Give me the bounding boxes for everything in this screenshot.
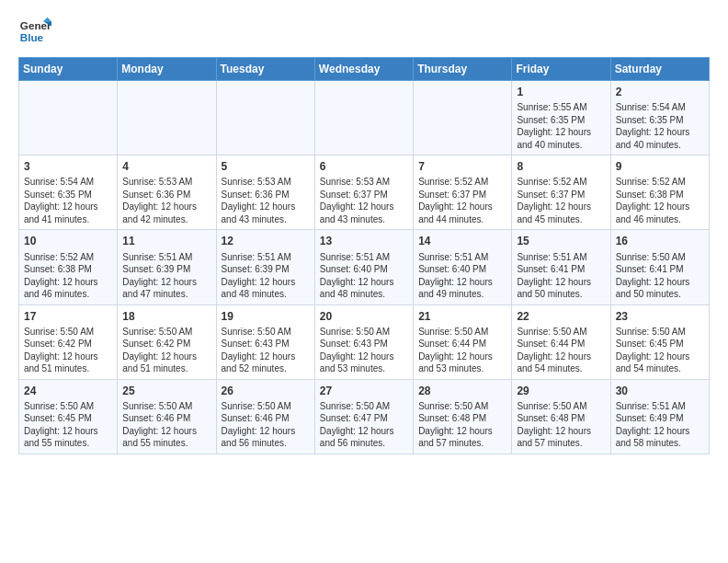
day-number: 1 bbox=[517, 85, 605, 99]
day-cell bbox=[414, 81, 512, 155]
day-cell: 22Sunrise: 5:50 AM Sunset: 6:44 PM Dayli… bbox=[512, 304, 610, 379]
day-info: Sunrise: 5:51 AM Sunset: 6:41 PM Dayligh… bbox=[517, 251, 605, 301]
day-cell: 23Sunrise: 5:50 AM Sunset: 6:45 PM Dayli… bbox=[610, 304, 709, 379]
day-number: 13 bbox=[320, 234, 408, 248]
day-cell bbox=[19, 81, 118, 155]
day-info: Sunrise: 5:50 AM Sunset: 6:44 PM Dayligh… bbox=[418, 326, 506, 375]
day-number: 26 bbox=[222, 384, 310, 398]
header-cell-thursday: Thursday bbox=[414, 58, 512, 81]
day-cell: 26Sunrise: 5:50 AM Sunset: 6:46 PM Dayli… bbox=[216, 379, 314, 454]
day-cell: 25Sunrise: 5:50 AM Sunset: 6:46 PM Dayli… bbox=[118, 379, 216, 454]
day-info: Sunrise: 5:50 AM Sunset: 6:42 PM Dayligh… bbox=[24, 326, 112, 375]
day-info: Sunrise: 5:55 AM Sunset: 6:35 PM Dayligh… bbox=[517, 101, 605, 151]
page-header: General Blue bbox=[18, 15, 710, 48]
week-row-5: 24Sunrise: 5:50 AM Sunset: 6:45 PM Dayli… bbox=[19, 379, 710, 454]
day-number: 25 bbox=[122, 384, 210, 398]
day-cell: 14Sunrise: 5:51 AM Sunset: 6:40 PM Dayli… bbox=[414, 230, 512, 304]
day-info: Sunrise: 5:50 AM Sunset: 6:45 PM Dayligh… bbox=[24, 400, 112, 450]
day-info: Sunrise: 5:54 AM Sunset: 6:35 PM Dayligh… bbox=[24, 176, 112, 225]
day-number: 19 bbox=[222, 309, 310, 324]
week-row-1: 1Sunrise: 5:55 AM Sunset: 6:35 PM Daylig… bbox=[19, 81, 710, 155]
day-cell: 7Sunrise: 5:52 AM Sunset: 6:37 PM Daylig… bbox=[414, 155, 512, 230]
day-cell: 27Sunrise: 5:50 AM Sunset: 6:47 PM Dayli… bbox=[314, 379, 413, 454]
day-number: 4 bbox=[122, 159, 210, 174]
day-info: Sunrise: 5:50 AM Sunset: 6:48 PM Dayligh… bbox=[418, 400, 506, 450]
day-cell: 10Sunrise: 5:52 AM Sunset: 6:38 PM Dayli… bbox=[19, 230, 118, 304]
day-info: Sunrise: 5:51 AM Sunset: 6:39 PM Dayligh… bbox=[122, 251, 210, 301]
day-info: Sunrise: 5:50 AM Sunset: 6:41 PM Dayligh… bbox=[616, 251, 704, 301]
day-number: 9 bbox=[616, 159, 704, 174]
day-number: 20 bbox=[320, 309, 408, 324]
day-cell: 11Sunrise: 5:51 AM Sunset: 6:39 PM Dayli… bbox=[118, 230, 216, 304]
day-cell: 20Sunrise: 5:50 AM Sunset: 6:43 PM Dayli… bbox=[314, 304, 413, 379]
day-info: Sunrise: 5:51 AM Sunset: 6:40 PM Dayligh… bbox=[418, 251, 506, 301]
day-info: Sunrise: 5:52 AM Sunset: 6:37 PM Dayligh… bbox=[517, 176, 605, 225]
day-cell: 21Sunrise: 5:50 AM Sunset: 6:44 PM Dayli… bbox=[414, 304, 512, 379]
day-number: 29 bbox=[517, 384, 605, 398]
day-info: Sunrise: 5:50 AM Sunset: 6:46 PM Dayligh… bbox=[222, 400, 310, 450]
day-cell: 8Sunrise: 5:52 AM Sunset: 6:37 PM Daylig… bbox=[512, 155, 610, 230]
day-number: 22 bbox=[517, 309, 605, 324]
day-info: Sunrise: 5:52 AM Sunset: 6:37 PM Dayligh… bbox=[418, 176, 506, 225]
day-cell: 9Sunrise: 5:52 AM Sunset: 6:38 PM Daylig… bbox=[610, 155, 709, 230]
day-cell: 2Sunrise: 5:54 AM Sunset: 6:35 PM Daylig… bbox=[610, 81, 709, 155]
day-number: 24 bbox=[24, 384, 112, 398]
header-row: SundayMondayTuesdayWednesdayThursdayFrid… bbox=[19, 58, 710, 81]
day-number: 23 bbox=[616, 309, 704, 324]
svg-text:Blue: Blue bbox=[20, 31, 44, 43]
header-cell-wednesday: Wednesday bbox=[314, 58, 413, 81]
day-cell: 4Sunrise: 5:53 AM Sunset: 6:36 PM Daylig… bbox=[118, 155, 216, 230]
calendar-table: SundayMondayTuesdayWednesdayThursdayFrid… bbox=[18, 57, 710, 454]
header-cell-saturday: Saturday bbox=[610, 58, 709, 81]
day-info: Sunrise: 5:51 AM Sunset: 6:40 PM Dayligh… bbox=[320, 251, 408, 301]
day-cell: 17Sunrise: 5:50 AM Sunset: 6:42 PM Dayli… bbox=[19, 304, 118, 379]
day-cell: 30Sunrise: 5:51 AM Sunset: 6:49 PM Dayli… bbox=[610, 379, 709, 454]
day-cell: 29Sunrise: 5:50 AM Sunset: 6:48 PM Dayli… bbox=[512, 379, 610, 454]
day-cell: 28Sunrise: 5:50 AM Sunset: 6:48 PM Dayli… bbox=[414, 379, 512, 454]
day-number: 2 bbox=[616, 85, 704, 99]
day-info: Sunrise: 5:50 AM Sunset: 6:45 PM Dayligh… bbox=[616, 326, 704, 375]
day-number: 21 bbox=[418, 309, 506, 324]
day-number: 3 bbox=[24, 159, 112, 174]
day-cell: 18Sunrise: 5:50 AM Sunset: 6:42 PM Dayli… bbox=[118, 304, 216, 379]
day-number: 10 bbox=[24, 234, 112, 248]
day-info: Sunrise: 5:50 AM Sunset: 6:46 PM Dayligh… bbox=[122, 400, 210, 450]
day-cell: 12Sunrise: 5:51 AM Sunset: 6:39 PM Dayli… bbox=[216, 230, 314, 304]
day-cell: 6Sunrise: 5:53 AM Sunset: 6:37 PM Daylig… bbox=[314, 155, 413, 230]
day-number: 8 bbox=[517, 159, 605, 174]
day-cell: 5Sunrise: 5:53 AM Sunset: 6:36 PM Daylig… bbox=[216, 155, 314, 230]
day-number: 30 bbox=[616, 384, 704, 398]
calendar-header: SundayMondayTuesdayWednesdayThursdayFrid… bbox=[19, 58, 710, 81]
day-number: 15 bbox=[517, 234, 605, 248]
day-info: Sunrise: 5:50 AM Sunset: 6:48 PM Dayligh… bbox=[517, 400, 605, 450]
day-info: Sunrise: 5:53 AM Sunset: 6:36 PM Dayligh… bbox=[222, 176, 310, 225]
week-row-2: 3Sunrise: 5:54 AM Sunset: 6:35 PM Daylig… bbox=[19, 155, 710, 230]
day-number: 28 bbox=[418, 384, 506, 398]
logo-icon: General Blue bbox=[18, 15, 51, 48]
header-cell-monday: Monday bbox=[118, 58, 216, 81]
day-info: Sunrise: 5:50 AM Sunset: 6:47 PM Dayligh… bbox=[320, 400, 408, 450]
day-cell: 16Sunrise: 5:50 AM Sunset: 6:41 PM Dayli… bbox=[610, 230, 709, 304]
day-number: 11 bbox=[122, 234, 210, 248]
day-number: 16 bbox=[616, 234, 704, 248]
day-cell bbox=[216, 81, 314, 155]
day-info: Sunrise: 5:52 AM Sunset: 6:38 PM Dayligh… bbox=[616, 176, 704, 225]
day-number: 18 bbox=[122, 309, 210, 324]
week-row-3: 10Sunrise: 5:52 AM Sunset: 6:38 PM Dayli… bbox=[19, 230, 710, 304]
day-cell bbox=[314, 81, 413, 155]
day-number: 6 bbox=[320, 159, 408, 174]
day-cell: 15Sunrise: 5:51 AM Sunset: 6:41 PM Dayli… bbox=[512, 230, 610, 304]
day-number: 14 bbox=[418, 234, 506, 248]
day-cell: 13Sunrise: 5:51 AM Sunset: 6:40 PM Dayli… bbox=[314, 230, 413, 304]
day-number: 5 bbox=[222, 159, 310, 174]
day-number: 12 bbox=[222, 234, 310, 248]
day-number: 17 bbox=[24, 309, 112, 324]
day-info: Sunrise: 5:50 AM Sunset: 6:43 PM Dayligh… bbox=[222, 326, 310, 375]
day-number: 27 bbox=[320, 384, 408, 398]
day-info: Sunrise: 5:54 AM Sunset: 6:35 PM Dayligh… bbox=[616, 101, 704, 151]
logo: General Blue bbox=[18, 15, 51, 48]
header-cell-sunday: Sunday bbox=[19, 58, 118, 81]
week-row-4: 17Sunrise: 5:50 AM Sunset: 6:42 PM Dayli… bbox=[19, 304, 710, 379]
day-info: Sunrise: 5:50 AM Sunset: 6:43 PM Dayligh… bbox=[320, 326, 408, 375]
day-info: Sunrise: 5:51 AM Sunset: 6:49 PM Dayligh… bbox=[616, 400, 704, 450]
